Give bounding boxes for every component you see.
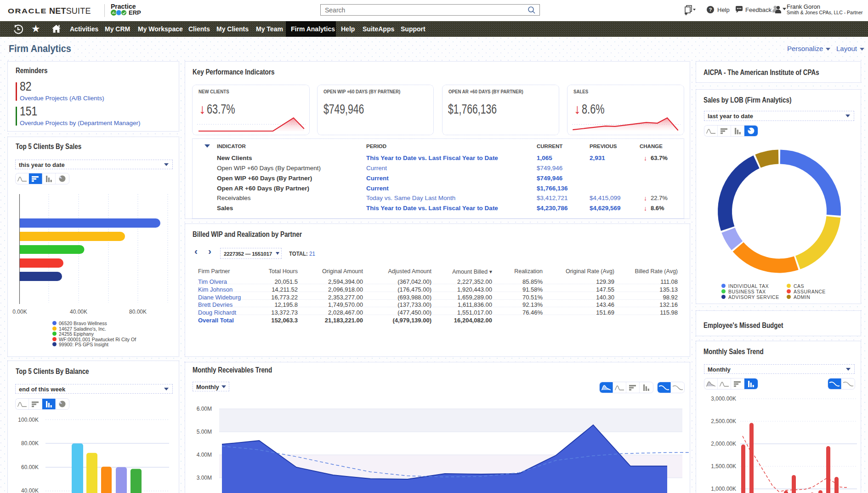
svg-text:1,500.00K: 1,500.00K [711,463,736,470]
svg-text:4.00M: 4.00M [197,452,212,458]
svg-text:40.00K: 40.00K [21,487,39,493]
svg-text:3,000.00K: 3,000.00K [711,396,736,402]
svg-text:2,500.00K: 2,500.00K [711,418,736,424]
svg-text:3.00M: 3.00M [197,475,212,481]
svg-text:6.00M: 6.00M [197,406,212,412]
svg-text:80.00K: 80.00K [129,309,147,315]
svg-text:60.00K: 60.00K [21,464,39,470]
svg-text:2,000.00K: 2,000.00K [711,441,736,447]
svg-text:100.00K: 100.00K [18,417,39,423]
svg-text:5.00M: 5.00M [197,429,212,435]
svg-text:40.00K: 40.00K [70,309,87,315]
svg-text:80.00K: 80.00K [21,440,39,447]
svg-text:0.00K: 0.00K [12,309,27,315]
svg-text:1,000.00K: 1,000.00K [711,486,736,492]
